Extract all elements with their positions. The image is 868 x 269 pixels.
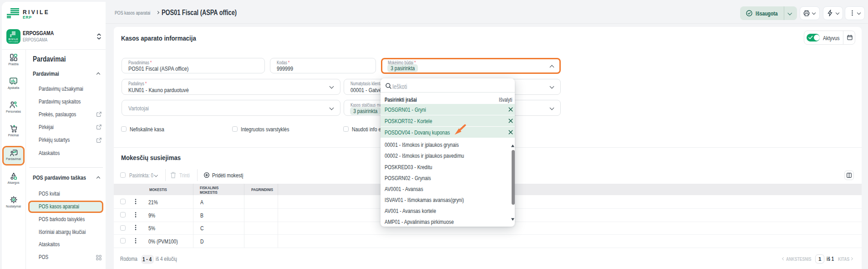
svg-text:RIVILE: RIVILE [9,38,18,41]
svg-text:ERPOSGAMA: ERPOSGAMA [9,41,18,43]
